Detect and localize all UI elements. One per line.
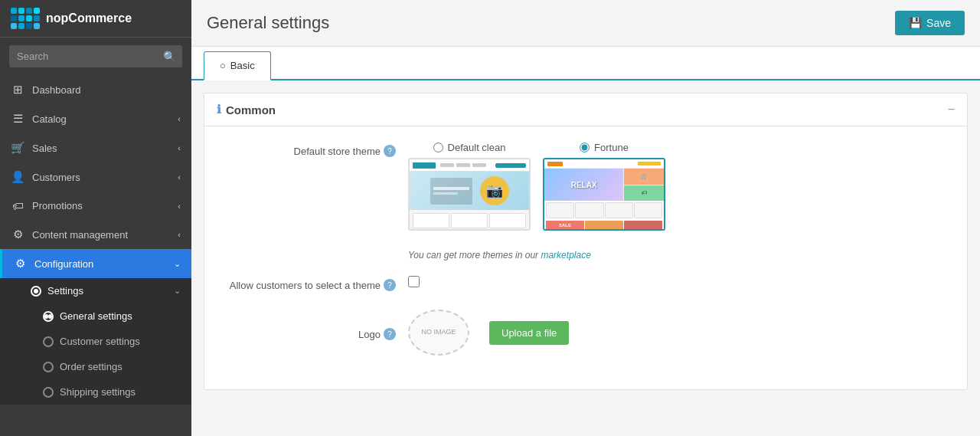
collapse-icon[interactable]: − xyxy=(948,103,955,116)
sidebar-item-label: Dashboard xyxy=(32,84,81,96)
allow-theme-label: Allow customers to select a theme ? xyxy=(227,276,396,291)
upload-file-button[interactable]: Upload a file xyxy=(489,321,569,345)
sidebar-item-catalog[interactable]: ☰ Catalog ‹ xyxy=(0,104,191,133)
dashboard-icon: ⊞ xyxy=(11,83,24,97)
default-theme-label: Default store theme ? xyxy=(227,142,396,157)
sidebar-item-label: Order settings xyxy=(60,361,122,372)
theme-default-clean-label[interactable]: Default clean xyxy=(433,142,506,153)
sidebar-item-label: Content management xyxy=(32,229,128,241)
tab-icon: ○ xyxy=(220,60,226,71)
chevron-left-icon: ‹ xyxy=(178,143,181,152)
search-box[interactable]: 🔍 xyxy=(9,45,182,67)
logo-dot xyxy=(26,15,32,21)
sidebar-item-label: Catalog xyxy=(32,113,67,125)
chevron-left-icon: ‹ xyxy=(178,172,181,182)
sidebar-item-content[interactable]: ⚙ Content management ‹ xyxy=(0,220,191,249)
settings-radio xyxy=(31,286,41,297)
tab-label: Basic xyxy=(230,60,255,71)
allow-theme-help-icon[interactable]: ? xyxy=(384,279,396,291)
logo-row: Logo ? NO IMAGE Upload a file xyxy=(227,310,944,356)
logo-help-icon[interactable]: ? xyxy=(384,328,396,340)
chevron-down-icon: ⌄ xyxy=(174,259,181,269)
sidebar-item-sales[interactable]: 🛒 Sales ‹ xyxy=(0,133,191,162)
theme-fortune-label[interactable]: Fortune xyxy=(580,142,629,153)
common-panel: ℹ Common − Default store theme ? xyxy=(204,93,968,390)
default-theme-help-icon[interactable]: ? xyxy=(384,145,396,157)
theme-default-clean-radio[interactable] xyxy=(433,143,443,152)
sidebar-item-label: Customer settings xyxy=(60,336,140,347)
panel-header: ℹ Common − xyxy=(204,93,967,126)
sidebar-item-configuration[interactable]: ⚙ Configuration ⌄ xyxy=(0,249,191,278)
sidebar-item-customer-settings[interactable]: Customer settings xyxy=(0,329,191,354)
logo-dot xyxy=(11,23,17,29)
chevron-left-icon: ‹ xyxy=(178,202,181,211)
panel-title: ℹ Common xyxy=(217,103,276,116)
theme-fortune-radio[interactable] xyxy=(580,143,590,152)
content-area: ○ Basic ℹ Common − Default store theme ? xyxy=(191,47,980,436)
sidebar-item-label: Configuration xyxy=(34,258,93,270)
logo-dot xyxy=(18,23,24,29)
sidebar-item-label: Shipping settings xyxy=(60,386,136,398)
allow-theme-row: Allow customers to select a theme ? xyxy=(227,276,944,291)
app-name: nopCommerce xyxy=(46,11,132,25)
sidebar-item-shipping-settings[interactable]: Shipping settings xyxy=(0,379,191,405)
sidebar-item-label: Settings xyxy=(47,285,83,297)
shipping-settings-radio xyxy=(43,387,54,398)
sidebar-item-promotions[interactable]: 🏷 Promotions ‹ xyxy=(0,192,191,220)
sidebar-item-label: Promotions xyxy=(32,200,83,211)
logo-dot xyxy=(26,8,32,14)
save-icon: 💾 xyxy=(909,17,922,29)
panel-body: Default store theme ? Default clean xyxy=(204,126,967,389)
sidebar-item-order-settings[interactable]: Order settings xyxy=(0,354,191,379)
default-theme-row: Default store theme ? Default clean xyxy=(227,142,944,231)
sidebar-item-dashboard[interactable]: ⊞ Dashboard xyxy=(0,75,191,104)
promotions-icon: 🏷 xyxy=(11,199,24,212)
customer-settings-radio xyxy=(43,336,54,347)
theme-fortune[interactable]: Fortune RELAX xyxy=(543,142,665,231)
chevron-left-icon: ‹ xyxy=(178,114,181,123)
chevron-left-icon: ‹ xyxy=(178,230,181,239)
logo-dot xyxy=(11,8,17,14)
sidebar-item-customers[interactable]: 👤 Customers ‹ xyxy=(0,162,191,192)
marketplace-text-row: You can get more themes in our marketpla… xyxy=(408,249,944,261)
sidebar-logo: nopCommerce xyxy=(0,0,191,38)
page-title: General settings xyxy=(207,13,329,33)
save-button[interactable]: 💾 Save xyxy=(895,11,965,35)
logo-dots xyxy=(11,8,40,29)
sales-icon: 🛒 xyxy=(11,141,24,155)
theme-default-clean-preview: 📷 xyxy=(408,158,531,231)
sidebar-item-label: Customers xyxy=(32,172,80,183)
logo-dot xyxy=(26,23,32,29)
logo-dot xyxy=(34,8,40,14)
logo-label: Logo ? xyxy=(227,325,396,340)
logo-dot xyxy=(34,23,40,29)
tab-basic[interactable]: ○ Basic xyxy=(204,51,271,80)
sidebar-item-label: General settings xyxy=(60,310,132,322)
search-input[interactable] xyxy=(9,45,182,67)
logo-dot xyxy=(18,8,24,14)
top-bar: General settings 💾 Save xyxy=(191,0,980,47)
theme-default-clean[interactable]: Default clean xyxy=(408,142,531,231)
logo-dot xyxy=(34,15,40,21)
marketplace-text: You can get more themes in our marketpla… xyxy=(408,250,591,261)
marketplace-link[interactable]: marketplace xyxy=(541,250,590,261)
logo-dot xyxy=(11,15,17,21)
theme-fortune-preview: RELAX 🛒 🏷 xyxy=(543,158,665,231)
sidebar-item-settings[interactable]: Settings ⌄ xyxy=(0,278,191,303)
info-icon: ℹ xyxy=(217,103,221,116)
sidebar-item-general-settings[interactable]: General settings xyxy=(0,303,191,329)
catalog-icon: ☰ xyxy=(11,112,24,126)
search-icon: 🔍 xyxy=(163,51,176,63)
tabs-bar: ○ Basic xyxy=(191,47,980,80)
logo-control: NO IMAGE Upload a file xyxy=(408,310,569,356)
order-settings-radio xyxy=(43,362,54,372)
main-area: General settings 💾 Save ○ Basic ℹ Common… xyxy=(191,0,980,436)
content-icon: ⚙ xyxy=(11,228,24,241)
no-image-placeholder: NO IMAGE xyxy=(408,310,469,356)
theme-options: Default clean xyxy=(408,142,665,231)
save-button-label: Save xyxy=(926,17,951,29)
sidebar: nopCommerce 🔍 ⊞ Dashboard ☰ Catalog ‹ 🛒 … xyxy=(0,0,191,436)
allow-theme-checkbox[interactable] xyxy=(408,276,420,287)
sidebar-item-label: Sales xyxy=(32,143,57,154)
configuration-icon: ⚙ xyxy=(13,257,27,270)
